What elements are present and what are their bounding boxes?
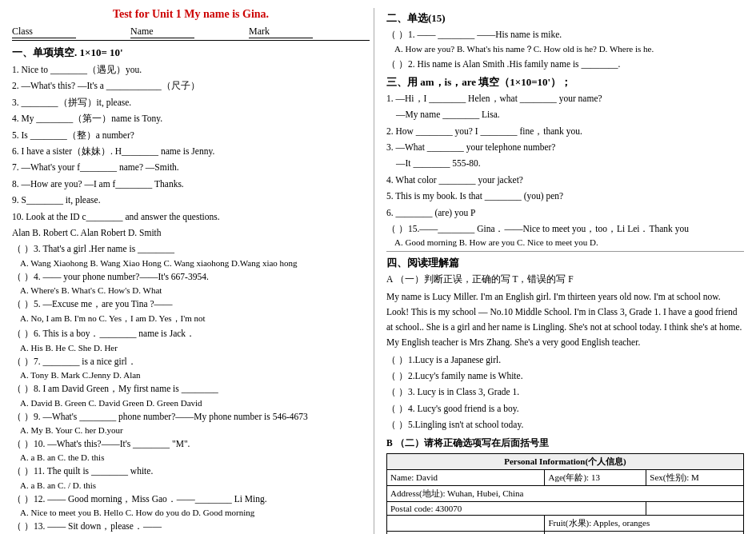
judge-q1: （ ）1.Lucy is a Japanese girl. [386, 353, 744, 367]
mc-q4: （ ）4. —— your phone number?——It's 667-39… [12, 269, 370, 295]
mc-q10-text: （ ）10. —What's this?——It's ________ "M". [12, 436, 370, 451]
judge-q2: （ ）2.Lucy's family name is White. [386, 369, 744, 383]
table-cell-postal: Postal code: 430070 [387, 501, 646, 515]
mc-q11-text: （ ）11. The quilt is ________ white. [12, 464, 370, 478]
fill-q6: 6. ________ (are) you P [386, 205, 744, 220]
passage-a: My name is Lucy Miller. I'm an English g… [386, 289, 744, 350]
mc-q3: （ ）3. That's a girl .Her name is _______… [12, 241, 370, 267]
page-title: Test for Unit 1 My name is Gina. [12, 8, 370, 21]
q9: 9. S________ it, please. [12, 193, 370, 207]
mc-q5-choices: A. No, I am B. I'm no C. Yes，I am D. Yes… [12, 313, 370, 325]
table-cell-empty2 [387, 515, 545, 531]
mc-q12-text: （ ）12. —— Good morning，Miss Gao．——______… [12, 492, 370, 506]
left-column: Test for Unit 1 My name is Gina. Class N… [12, 8, 374, 534]
r-mc-q1: （ ）1. —— ________ ——His name is mike. A.… [386, 27, 744, 55]
mc-q6: （ ）6. This is a boy．________ name is Jac… [12, 326, 370, 352]
mc-q3-choices: A. Wang Xiaohong B. Wang Xiao Hong C. Wa… [12, 258, 370, 268]
mc-q4-choices: A. Where's B. What's C. How's D. What [12, 285, 370, 295]
mc-q9-text: （ ）9. —What's ________ phone number?——My… [12, 409, 370, 424]
page-container: Test for Unit 1 My name is Gina. Class N… [12, 8, 744, 534]
mc-q5: （ ）5. —Excuse me，are you Tina ?—— A. No,… [12, 297, 370, 325]
table-title: Personal Information(个人信息) [387, 453, 744, 469]
table-cell-empty [646, 501, 744, 515]
table-row: Name: David Age(年龄): 13 Sex(性别): M [387, 469, 744, 485]
table-cell-blood: Blood type(血型): O [545, 531, 744, 534]
q4: 4. My ________（第一）name is Tony. [12, 111, 370, 126]
r-mc-q2: （ ）2. His name is Alan Smith .His family… [386, 57, 744, 71]
q7: 7. —What's your f________ name? —Smith. [12, 160, 370, 174]
q10: 10. Look at the ID c________ and answer … [12, 209, 370, 224]
fill-q4: 4. What color ________ your jacket? [386, 173, 744, 187]
judge-q5: （ ）5.Lingling isn't at school today. [386, 417, 744, 432]
q1: 1. Nice to ________（遇见）you. [12, 62, 370, 77]
section5-sub: A （一）判断正误，正确的写 T，错误的写 F [386, 272, 744, 286]
table-cell-fruit: Fruit(水果): Apples, oranges [545, 515, 744, 531]
mc-q13-text: （ ）13. —— Sit down，please．—— [12, 519, 370, 533]
mc-q12: （ ）12. —— Good morning，Miss Gao．——______… [12, 492, 370, 517]
section1-header: 一、单项填空. 1×10= 10' [12, 46, 370, 60]
section2-header: 二、单选(15) [386, 11, 744, 26]
table-row: Student Number: 11023 Blood type(血型): O [387, 531, 744, 534]
section5b-header: B （二）请将正确选项写在后面括号里 [386, 436, 744, 450]
table-cell-student-num: Student Number: 11023 [387, 531, 545, 534]
mc-q12-choices: A. Nice to meet you B. Hello C. How do y… [12, 508, 370, 517]
q3: 3. ________（拼写）it, please. [12, 95, 370, 110]
mc-q5-text: （ ）5. —Excuse me，are you Tina ?—— [12, 297, 370, 311]
mc-q6-choices: A. His B. He C. She D. Her [12, 343, 370, 353]
r-mc-q1-text: （ ）1. —— ________ ——His name is mike. [386, 27, 744, 42]
mc-q9: （ ）9. —What's ________ phone number?——My… [12, 409, 370, 435]
personal-info-table: Personal Information(个人信息) Name: David A… [386, 453, 744, 534]
q8: 8. —How are you? —I am f________ Thanks. [12, 177, 370, 191]
fill-q1: 1. —Hi，I ________ Helen，what ________ yo… [386, 91, 744, 106]
r-mc-q2-text: （ ）2. His name is Alan Smith .His family… [386, 57, 744, 71]
judge-q4: （ ）4. Lucy's good friend is a boy. [386, 401, 744, 416]
reading-intro: Alan B. Robert C. Alan Robert D. Smith [12, 225, 370, 240]
name-label: Name [130, 26, 194, 38]
mc-q6-text: （ ）6. This is a boy．________ name is Jac… [12, 326, 370, 341]
mc-q7: （ ）7. ________ is a nice girl． A. Tony B… [12, 354, 370, 380]
section4-mc15: （ ）15.——________ Gina．——Nice to meet you… [386, 221, 744, 247]
q5: 5. Is ________（整）a number? [12, 128, 370, 142]
mc-q9-choices: A. My B. Your C. her D.your [12, 425, 370, 435]
section3-header: 三、用 am，is，are 填空（1×10=10'）； [386, 75, 744, 90]
fill-q1b: —My name ________ Lisa. [386, 107, 744, 122]
fill-q5: 5. This is my book. Is that ________ (yo… [386, 189, 744, 203]
table-cell-address: Address(地址): Wuhan, Hubei, China [387, 485, 744, 501]
r-mc-q1-choices: A. How are you? B. What's his name？C. Ho… [386, 43, 744, 55]
mark-label: Mark [249, 26, 313, 38]
mc-q11: （ ）11. The quilt is ________ white. A. a… [12, 464, 370, 489]
mc15-choices: A. Good morning B. How are you C. Nice t… [386, 237, 744, 247]
fill-q3b: —It ________ 555-80. [386, 156, 744, 170]
table-row: Postal code: 430070 [387, 501, 744, 515]
table-cell-sex: Sex(性别): M [646, 469, 744, 485]
table-cell-age: Age(年龄): 13 [545, 469, 646, 485]
section5-header: 四、阅读理解篇 [386, 256, 744, 270]
table-cell-name: Name: David [387, 469, 545, 485]
fill-q2: 2. How ________ you? I ________ fine，tha… [386, 124, 744, 138]
mc-q10: （ ）10. —What's this?——It's ________ "M".… [12, 436, 370, 462]
fill-q3: 3. —What ________ your telephone number? [386, 140, 744, 154]
mc-q3-text: （ ）3. That's a girl .Her name is _______… [12, 241, 370, 256]
class-label: Class [12, 26, 76, 38]
judge-q3: （ ）3. Lucy is in Class 3, Grade 1. [386, 385, 744, 399]
class-line: Class Name Mark [12, 26, 370, 41]
mc-q7-choices: A. Tony B. Mark C.Jenny D. Alan [12, 370, 370, 380]
q2: 2. —What's this? —It's a ____________（尺子… [12, 78, 370, 93]
mc-q8: （ ）8. I am David Green，My first name is … [12, 381, 370, 407]
mc-q11-choices: A. a B. an C. / D. this [12, 480, 370, 490]
mc-q8-choices: A. David B. Green C. David Green D. Gree… [12, 398, 370, 408]
mc15-text: （ ）15.——________ Gina．——Nice to meet you… [386, 221, 744, 236]
mc-q7-text: （ ）7. ________ is a nice girl． [12, 354, 370, 369]
mc-q13: （ ）13. —— Sit down，please．—— A. Thank yo… [12, 519, 370, 534]
table-row: Fruit(水果): Apples, oranges [387, 515, 744, 531]
q6: 6. I have a sister（妹妹）. H________ name i… [12, 144, 370, 158]
divider [386, 251, 744, 252]
table-row: Address(地址): Wuhan, Hubei, China [387, 485, 744, 501]
mc-q4-text: （ ）4. —— your phone number?——It's 667-39… [12, 269, 370, 284]
right-column: 二、单选(15) （ ）1. —— ________ ——His name is… [382, 8, 744, 534]
mc-q10-choices: A. a B. an C. the D. this [12, 452, 370, 462]
mc-q8-text: （ ）8. I am David Green，My first name is … [12, 381, 370, 396]
